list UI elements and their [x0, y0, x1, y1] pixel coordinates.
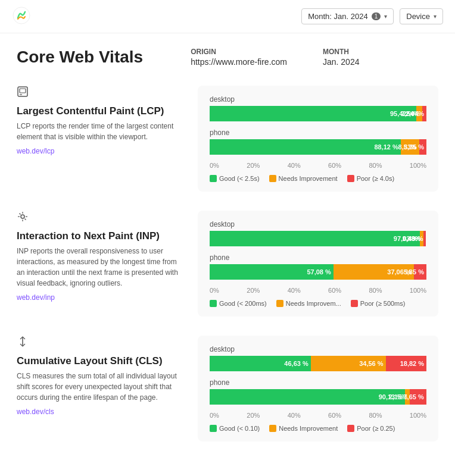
bar-segment-seg-poor: 18,82 %: [386, 356, 427, 371]
chart-card-cls: desktop46,63 %34,56 %18,82 %phone90,13 %…: [198, 336, 438, 441]
legend-item: Needs Improvement: [269, 425, 338, 432]
x-axis-inp: 0%20%40%60%80%100%: [210, 287, 426, 294]
chart-card-inp: desktop97,03 %1,48%0,49 %phone57,08 %37,…: [198, 211, 438, 317]
bar-segment-seg-poor: 3,35 %: [419, 139, 426, 155]
bar-group-inp-desktop: desktop97,03 %1,48%0,49 %: [210, 220, 426, 246]
bar-segment-seg-poor: 0,49 %: [423, 231, 426, 246]
legend-color-dot: [276, 300, 283, 307]
bar-segment-seg-good: 46,63 %: [210, 356, 311, 371]
page-content: Core Web Vitals Origin https://www.more-…: [0, 33, 455, 475]
legend-cls: Good (< 0.10)Needs ImprovementPoor (≥ 0.…: [210, 425, 426, 432]
chevron-down-icon: ▾: [384, 13, 387, 20]
bar-segment-label: 2,04%: [406, 110, 424, 117]
metric-icon-lcp: [17, 86, 183, 101]
metric-title-cls: Cumulative Layout Shift (CLS): [17, 355, 183, 367]
metric-link-lcp[interactable]: web.dev/lcp: [17, 147, 54, 155]
bar-segment-label: 5,85 %: [404, 268, 424, 275]
legend-color-dot: [210, 425, 217, 432]
legend-item: Good (< 200ms): [210, 300, 267, 307]
legend-label: Good (< 2.5s): [219, 175, 260, 182]
logo: [12, 6, 31, 27]
origin-value: https://www.more-fire.com: [191, 57, 287, 67]
legend-inp: Good (< 200ms)Needs Improvem...Poor (≥ 5…: [210, 300, 426, 307]
bar-group-cls-desktop: desktop46,63 %34,56 %18,82 %: [210, 345, 426, 371]
legend-color-dot: [269, 425, 276, 432]
metric-section-lcp: Largest Contentful Paint (LCP)LCP report…: [17, 86, 438, 192]
legend-label: Good (< 200ms): [219, 300, 267, 307]
metrics-container: Largest Contentful Paint (LCP)LCP report…: [17, 86, 438, 441]
metric-link-cls[interactable]: web.dev/cls: [17, 408, 54, 416]
x-axis-tick: 100%: [410, 412, 426, 419]
metric-title-lcp: Largest Contentful Paint (LCP): [17, 105, 183, 117]
x-axis-tick: 60%: [328, 412, 341, 419]
x-axis-cls: 0%20%40%60%80%100%: [210, 412, 426, 419]
bar-row-cls-desktop: 46,63 %34,56 %18,82 %: [210, 356, 426, 371]
x-axis-tick: 60%: [328, 287, 341, 294]
page-title: Core Web Vitals: [17, 48, 143, 67]
origin-col: Origin https://www.more-fire.com: [191, 48, 287, 67]
x-axis-tick: 100%: [410, 162, 426, 169]
bar-segment-label: 46,63 %: [284, 360, 308, 367]
month-dropdown-label: Month: Jan. 2024: [308, 12, 367, 21]
metric-left-lcp: Largest Contentful Paint (LCP)LCP report…: [17, 86, 183, 192]
device-dropdown[interactable]: Device ▾: [400, 8, 443, 24]
bar-group-lcp-phone: phone88,12 %8,53%3,35 %: [210, 129, 426, 155]
svg-point-0: [13, 7, 30, 24]
legend-color-dot: [347, 175, 354, 182]
legend-item: Good (< 0.10): [210, 425, 260, 432]
legend-item: Poor (≥ 4.0s): [347, 175, 395, 182]
month-label: Month: [323, 48, 360, 56]
x-axis-tick: 80%: [369, 162, 382, 169]
x-axis-tick: 0%: [210, 162, 219, 169]
bar-segment-label: 57,08 %: [307, 268, 331, 275]
month-value: Jan. 2024: [323, 57, 360, 67]
bar-segment-seg-good: 88,12 %: [210, 139, 401, 155]
meta-grid: Origin https://www.more-fire.com Month J…: [191, 48, 359, 67]
device-dropdown-label: Device: [406, 12, 430, 21]
x-axis-tick: 20%: [247, 287, 260, 294]
x-axis-tick: 40%: [288, 412, 301, 419]
metric-left-cls: Cumulative Layout Shift (CLS)CLS measure…: [17, 336, 183, 441]
legend-label: Needs Improvement: [279, 425, 338, 432]
bar-group-inp-phone: phone57,08 %37,06 %5,85 %: [210, 253, 426, 280]
bar-segment-seg-good: 95,42 %: [210, 106, 416, 121]
bar-segment-label: 88,12 %: [374, 143, 398, 151]
legend-color-dot: [210, 175, 217, 182]
legend-item: Poor (≥ 0.25): [347, 425, 395, 432]
bar-segment-label: 0,49 %: [403, 235, 423, 242]
bar-segment-seg-poor: 7,65 %: [410, 389, 426, 405]
bar-segment-seg-good: 57,08 %: [210, 264, 334, 280]
bar-segment-label: 34,56 %: [359, 360, 383, 367]
svg-point-4: [21, 215, 24, 218]
bar-row-lcp-phone: 88,12 %8,53%3,35 %: [210, 139, 426, 155]
bar-segment-label: 7,65 %: [403, 393, 423, 400]
bar-label-inp-phone: phone: [210, 253, 426, 262]
x-axis-lcp: 0%20%40%60%80%100%: [210, 162, 426, 169]
legend-label: Poor (≥ 4.0s): [357, 175, 395, 182]
legend-label: Poor (≥ 500ms): [360, 300, 406, 307]
bar-segment-seg-needs: 34,56 %: [311, 356, 386, 371]
legend-item: Needs Improvement: [269, 175, 338, 182]
legend-color-dot: [269, 175, 276, 182]
bar-row-lcp-desktop: 95,42 %2,54%2,04%: [210, 106, 426, 121]
chart-card-lcp: desktop95,42 %2,54%2,04%phone88,12 %8,53…: [198, 86, 438, 192]
metric-section-cls: Cumulative Layout Shift (CLS)CLS measure…: [17, 336, 438, 441]
bar-label-lcp-desktop: desktop: [210, 95, 426, 104]
svg-line-10: [25, 219, 26, 220]
metric-link-inp[interactable]: web.dev/inp: [17, 293, 55, 302]
bar-segment-label: 3,35 %: [404, 143, 424, 151]
legend-item: Poor (≥ 500ms): [351, 300, 406, 307]
bar-label-inp-desktop: desktop: [210, 220, 426, 228]
bar-row-cls-phone: 90,13 %2,15%7,65 %: [210, 389, 426, 405]
bar-segment-seg-needs: 37,06 %: [334, 264, 414, 280]
legend-color-dot: [210, 300, 217, 307]
month-dropdown[interactable]: Month: Jan. 2024 1 ▾: [301, 8, 394, 24]
bar-segment-seg-good: 90,13 %: [210, 389, 405, 405]
origin-label: Origin: [191, 48, 287, 56]
bar-group-lcp-desktop: desktop95,42 %2,54%2,04%: [210, 95, 426, 121]
svg-rect-2: [20, 89, 26, 93]
svg-line-9: [20, 214, 21, 215]
x-axis-tick: 80%: [369, 412, 382, 419]
legend-label: Poor (≥ 0.25): [357, 425, 395, 432]
x-axis-tick: 80%: [369, 287, 382, 294]
